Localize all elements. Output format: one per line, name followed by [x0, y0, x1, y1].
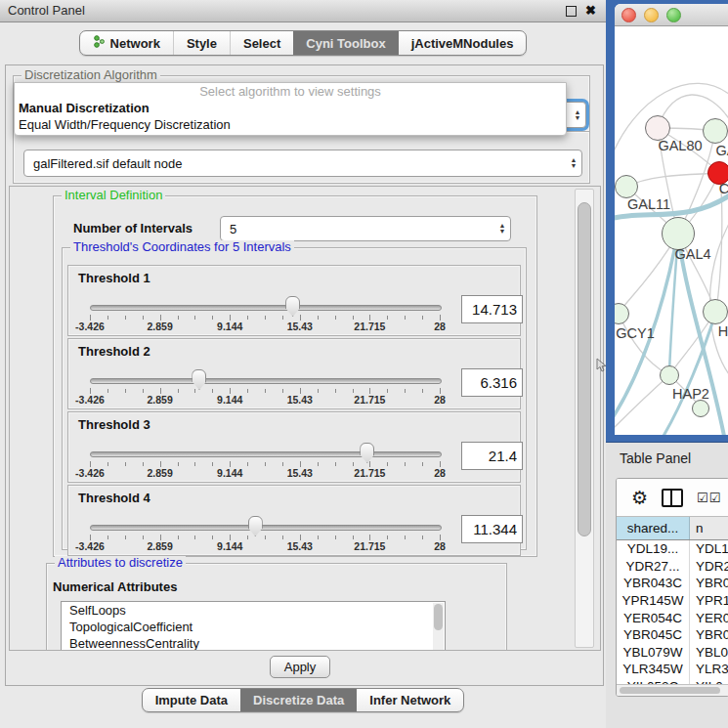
- cell-name: YBR0: [690, 575, 728, 592]
- slider-track[interactable]: [90, 305, 442, 311]
- close-icon[interactable]: ✖: [585, 0, 596, 21]
- slider-tick: [143, 316, 144, 320]
- tab-infer-network[interactable]: Infer Network: [357, 689, 463, 711]
- slider-tick: [107, 462, 108, 466]
- slider-thumb[interactable]: [248, 516, 263, 536]
- float-window-icon[interactable]: [566, 6, 577, 17]
- slider-scale-label: 2.859: [147, 540, 172, 552]
- dropdown-option-equal-width[interactable]: Equal Width/Frequency Discretization: [15, 116, 566, 133]
- slider-scale-label: -3.426: [75, 467, 105, 479]
- table-header: shared... n: [617, 517, 728, 540]
- table-row[interactable]: YBR045CYBR0: [617, 626, 728, 644]
- network-window: GAL80GAGAL11CGAL4GCY1HHAP2: [615, 4, 728, 435]
- slider-tick: [405, 535, 406, 539]
- tab-jactivemnodules[interactable]: jActiveMNodules: [399, 31, 527, 55]
- node-label: GAL80: [658, 138, 702, 153]
- cell-shared-name: YLR345W: [617, 661, 690, 678]
- numerical-attributes-list[interactable]: SelfLoopsTopologicalCoefficientBetweenne…: [61, 601, 446, 651]
- cell-name: YBR0: [690, 626, 728, 644]
- table-row[interactable]: YPR145WYPR1: [617, 592, 728, 610]
- tab-cyni-toolbox[interactable]: Cyni Toolbox: [293, 31, 398, 55]
- columns-icon[interactable]: [662, 489, 683, 507]
- table-hscrollbar[interactable]: [617, 684, 728, 696]
- network-node[interactable]: [660, 365, 679, 385]
- slider-tick: [422, 389, 423, 393]
- tab-label: Select: [243, 36, 280, 51]
- num-intervals-combobox[interactable]: 5 ▲▼: [220, 216, 511, 241]
- zoom-traffic-light-icon[interactable]: [666, 8, 681, 22]
- minimize-traffic-light-icon[interactable]: [644, 8, 659, 22]
- scrollbar-thumb[interactable]: [578, 202, 591, 536]
- network-icon: [93, 35, 106, 51]
- slider-thumb[interactable]: [285, 296, 300, 317]
- slider-tick: [422, 462, 423, 466]
- tab-network[interactable]: Network: [80, 31, 173, 55]
- list-item[interactable]: SelfLoops: [62, 602, 445, 619]
- table-toolbar: ⚙ ☑☑: [617, 479, 728, 517]
- table-panel-title: Table Panel: [620, 450, 691, 466]
- slider-track[interactable]: [90, 451, 442, 457]
- network-node[interactable]: [692, 400, 709, 417]
- network-node[interactable]: [662, 217, 695, 250]
- network-node[interactable]: [615, 175, 638, 198]
- gear-icon[interactable]: ⚙: [631, 489, 648, 507]
- slider-tick: [335, 316, 336, 320]
- column-header-name[interactable]: n: [690, 517, 728, 539]
- cell-name: YDL1: [690, 540, 728, 558]
- slider-scale-label: 28: [434, 321, 446, 332]
- slider-tick: [265, 462, 266, 466]
- slider-track[interactable]: [90, 525, 442, 531]
- threshold-value-field[interactable]: 6.316: [461, 368, 523, 397]
- network-canvas[interactable]: GAL80GAGAL11CGAL4GCY1HHAP2: [615, 26, 728, 435]
- tab-label: Style: [187, 36, 217, 51]
- cell-name: YER0: [690, 609, 728, 626]
- table-row[interactable]: YBL079WYBL0: [617, 644, 728, 662]
- slider-thumb[interactable]: [360, 443, 374, 463]
- table-row[interactable]: YDR27...YDR2: [617, 558, 728, 576]
- tab-impute-data[interactable]: Impute Data: [143, 689, 240, 711]
- attributes-title: Attributes to discretize: [55, 556, 186, 570]
- slider-scale-label: 2.859: [147, 467, 172, 479]
- list-item[interactable]: BetweennessCentrality: [62, 635, 445, 651]
- table-data-combobox[interactable]: galFiltered.sif default node ▲▼: [23, 150, 582, 177]
- control-panel-titlebar: Control Panel ✖: [0, 0, 606, 22]
- slider-tick: [282, 462, 283, 466]
- cell-name: YLR3: [690, 661, 728, 678]
- slider-scale-label: 28: [434, 394, 446, 406]
- thresholds-group: Threshold's Coordinates for 5 Intervals …: [62, 247, 527, 550]
- slider-tick: [387, 316, 388, 320]
- threshold-label: Threshold 2: [78, 344, 150, 359]
- slider-scale-label: 28: [434, 540, 446, 552]
- num-intervals-label: Number of Intervals: [73, 221, 193, 236]
- threshold-value-field[interactable]: 11.344: [461, 515, 523, 543]
- algorithm-dropdown-popup: Select algorithm to view settings Manual…: [14, 82, 567, 136]
- checkbox-icons[interactable]: ☑☑: [697, 491, 721, 505]
- tab-discretize-data[interactable]: Discretize Data: [240, 689, 357, 711]
- table-row[interactable]: YER054CYER0: [617, 609, 728, 626]
- thresholds-title: Threshold's Coordinates for 5 Intervals: [70, 240, 294, 254]
- slider-thumb[interactable]: [192, 369, 206, 390]
- tab-style[interactable]: Style: [173, 31, 230, 55]
- threshold-value-field[interactable]: 21.4: [461, 442, 523, 470]
- settings-scrollbar[interactable]: [575, 189, 594, 648]
- close-traffic-light-icon[interactable]: [621, 8, 636, 22]
- slider-track[interactable]: [90, 378, 442, 384]
- table-row[interactable]: YDL19...YDL1: [617, 540, 728, 558]
- list-item[interactable]: TopologicalCoefficient: [62, 619, 445, 635]
- network-node[interactable]: [703, 299, 728, 324]
- tab-select[interactable]: Select: [230, 31, 293, 55]
- slider-tick: [212, 316, 213, 320]
- column-header-shared-name[interactable]: shared...: [617, 517, 690, 539]
- dropdown-option-manual[interactable]: Manual Discretization: [15, 100, 566, 116]
- hscrollbar-thumb[interactable]: [620, 687, 720, 694]
- slider-tick: [107, 535, 108, 539]
- slider-scale-label: 9.144: [217, 467, 242, 479]
- list-scrollbar[interactable]: [433, 603, 444, 651]
- slider-tick: [387, 535, 388, 539]
- mouse-cursor-icon: [596, 358, 607, 372]
- apply-button[interactable]: Apply: [270, 656, 330, 678]
- table-row[interactable]: YLR345WYLR3: [617, 661, 728, 678]
- threshold-value-field[interactable]: 14.713: [461, 295, 523, 323]
- table-row[interactable]: YBR043CYBR0: [617, 575, 728, 592]
- network-node[interactable]: [703, 118, 728, 144]
